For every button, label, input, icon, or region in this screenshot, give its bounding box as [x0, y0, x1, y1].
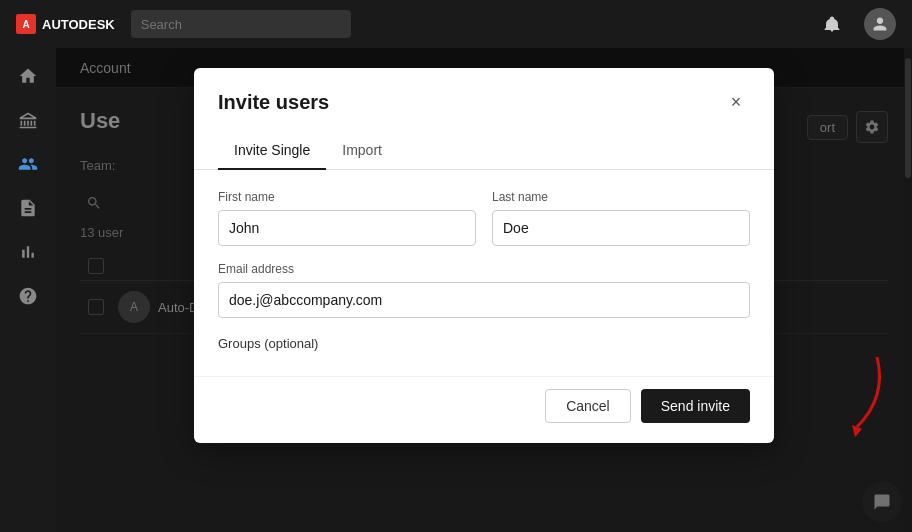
last-name-input[interactable]	[492, 210, 750, 246]
sidebar-item-home[interactable]	[8, 56, 48, 96]
sidebar-item-analytics[interactable]	[8, 232, 48, 272]
autodesk-logo: A AUTODESK	[16, 14, 115, 34]
modal-footer: Cancel Send invite	[194, 376, 774, 443]
global-search-input[interactable]	[131, 10, 351, 38]
first-name-group: First name	[218, 190, 476, 246]
tab-import[interactable]: Import	[326, 132, 398, 170]
autodesk-logo-icon: A	[16, 14, 36, 34]
sidebar-item-help[interactable]	[8, 276, 48, 316]
sidebar-item-products[interactable]	[8, 100, 48, 140]
modal-tabs: Invite Single Import	[194, 132, 774, 170]
email-input[interactable]	[218, 282, 750, 318]
last-name-group: Last name	[492, 190, 750, 246]
sidebar-item-users[interactable]	[8, 144, 48, 184]
email-group: Email address	[218, 262, 750, 318]
svg-marker-0	[852, 425, 862, 437]
modal-backdrop: Invite users × Invite Single Import Firs…	[56, 48, 912, 532]
first-name-input[interactable]	[218, 210, 476, 246]
groups-label: Groups (optional)	[218, 336, 318, 351]
sidebar	[0, 48, 56, 532]
cancel-button[interactable]: Cancel	[545, 389, 631, 423]
sidebar-item-reports[interactable]	[8, 188, 48, 228]
first-name-label: First name	[218, 190, 476, 204]
modal-header: Invite users ×	[194, 68, 774, 116]
content-area: Account Use ort Team: 13 user	[56, 48, 912, 532]
modal-body: First name Last name Email address	[194, 170, 774, 376]
modal-title: Invite users	[218, 91, 329, 114]
annotation-arrow	[817, 347, 897, 437]
email-label: Email address	[218, 262, 750, 276]
send-invite-button[interactable]: Send invite	[641, 389, 750, 423]
modal-close-button[interactable]: ×	[722, 88, 750, 116]
autodesk-logo-text: AUTODESK	[42, 17, 115, 32]
name-fields-row: First name Last name	[218, 190, 750, 246]
top-nav: A AUTODESK	[0, 0, 912, 48]
user-avatar[interactable]	[864, 8, 896, 40]
main-layout: Account Use ort Team: 13 user	[0, 48, 912, 532]
groups-section: Groups (optional)	[218, 334, 750, 352]
tab-invite-single[interactable]: Invite Single	[218, 132, 326, 170]
invite-users-modal: Invite users × Invite Single Import Firs…	[194, 68, 774, 443]
last-name-label: Last name	[492, 190, 750, 204]
notification-bell-icon[interactable]	[816, 8, 848, 40]
